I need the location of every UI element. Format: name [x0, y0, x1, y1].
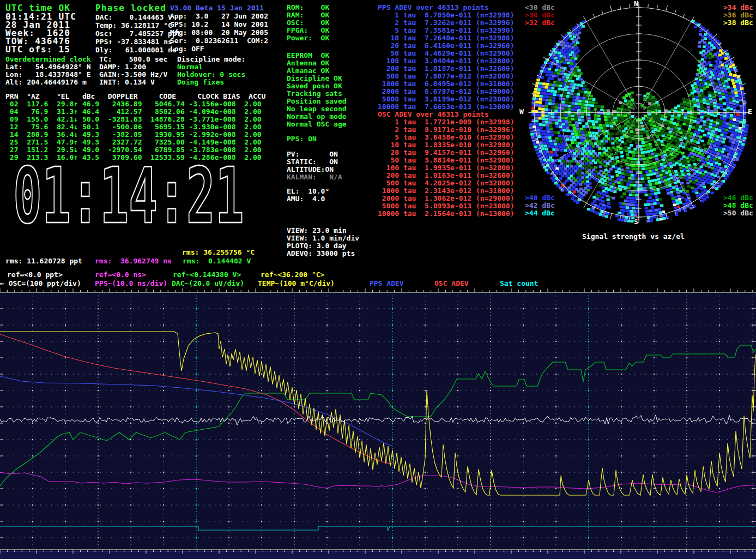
- dbc-legend-top-left-line: >32 dBc: [525, 19, 555, 27]
- rom-status-line: RAM: OK: [287, 11, 329, 19]
- rms-osc-line: rms: 11.620728 ppt: [5, 257, 82, 265]
- pps-adev-table-line: 20 tau 6.4160e-011 (n=32960): [378, 42, 514, 50]
- sat-table-line: 14 280.9 36.4↓ 49.3 -382.85 1930.95 -2.9…: [5, 131, 265, 139]
- dbc-legend-bottom-right: >46 dBc>48 dBc>50 dBc: [723, 194, 753, 217]
- osc-adev-table-line: 1 tau 1.7721e-009 (n=32998): [378, 118, 514, 126]
- pps-adev-table-line: 100 tau 3.0404e-011 (n=32800): [378, 57, 514, 65]
- osc-adev-table-line: 5 tau 3.6458e-010 (n=32990): [378, 134, 514, 141]
- rms-dac-line: rms: 0.144402 V: [183, 257, 251, 265]
- sat-table-line: PRN °AZ °EL dBc DOPPLER CODE CLOCK BIAS …: [5, 93, 265, 100]
- ref-dac: ref~<0.144380 V>: [173, 271, 241, 279]
- pps-adev-table-line: 200 tau 1.8187e-011 (n=32600): [378, 65, 514, 73]
- rom-status-line: OSC: OK: [287, 19, 329, 27]
- history-strip-chart: [0, 288, 756, 559]
- position-block: Overdetermined clockLat: 54.4964928° NLo…: [5, 56, 91, 86]
- utc-lines: 01:14:21 UTC28 Jan 2011Week: 1620TOW: 43…: [5, 13, 76, 53]
- pps-adev-table-line: 1 tau 8.7050e-011 (n=32998): [378, 11, 514, 19]
- view-block-line: PLOTQ: 3.0 day: [287, 242, 359, 250]
- scale-pps: PPS~(10.0 ns/div): [95, 280, 167, 287]
- pv-block-line: ALTITUDE:ON: [287, 166, 338, 173]
- polar-caption: Signal strength vs az/el: [582, 233, 685, 241]
- osc-adev-table-line: 20 tau 9.4157e-011 (n=32960): [378, 149, 514, 157]
- view-block-line: VIEW: 1.0 min/div: [287, 235, 359, 242]
- phase-lines-line: Temp: 36.128117 °C: [95, 21, 181, 29]
- discipline-block-line: Holdover: 0 secs: [177, 71, 245, 79]
- eeprom-status-line: No leap second: [287, 105, 347, 113]
- polar-label-s: S: [634, 218, 638, 226]
- version-block-line: V3.00 Beta 15 Jan 2011: [170, 4, 268, 12]
- pps-adev-table-line: 2000 tau 6.6797e-012 (n=29000): [378, 88, 514, 95]
- dbc-legend-top-left: <30 dBc>30 dBc>32 dBc: [525, 4, 555, 27]
- position-block-line: Alt: 204.46449176 m: [5, 79, 91, 86]
- dbc-legend-top-right-line: >36 dBc: [723, 11, 753, 19]
- legend-osc-adev: OSC ADEV: [434, 280, 469, 287]
- ref-pps: ref=<0.0 ns>: [95, 271, 146, 279]
- pps-adev-table-line: 5000 tau 3.8199e-012 (n=23000): [378, 95, 514, 103]
- dbc-legend-bottom-left-line: >44 dBc: [525, 209, 555, 217]
- sat-table-line: 29 213.3 16.0↑ 43.5 3709.60 12533.59 -4.…: [5, 154, 265, 161]
- rom-status-line: FPGA: OK: [287, 27, 329, 34]
- eeprom-status-line: EEPROM OK: [287, 52, 347, 59]
- eeprom-status-line: Normal op mode: [287, 113, 347, 121]
- polar-label-e: E: [748, 108, 752, 116]
- eeprom-status-line: Antenna OK: [287, 59, 347, 67]
- version-block-line: Ser: 0.82362611 COM:2: [170, 37, 268, 45]
- dbc-legend-top-left-line: <30 dBc: [525, 4, 555, 11]
- polar-label-e-line: E: [748, 108, 752, 116]
- pv-block: PV: ONSTATIC: ONALTITUDE:ON: [287, 151, 338, 173]
- el-amu-block-line: EL: 10.0°: [287, 188, 329, 195]
- pps-adev-table-line: 2 tau 7.3262e-011 (n=32996): [378, 19, 514, 27]
- dbc-legend-bottom-right-line: >50 dBc: [723, 209, 753, 217]
- osc-adev-table-line: 50 tau 3.8814e-011 (n=32900): [378, 157, 514, 164]
- ref-dac-line: ref~<0.144380 V>: [173, 271, 241, 279]
- utc-status: UTC time OK: [5, 4, 70, 12]
- kalman-state-line: KALMAN: N/A: [287, 173, 342, 181]
- scale-temp-line: TEMP~(100 m°C/div): [258, 280, 335, 287]
- sat-table-line: 04 76.9 31.3↑ 46.4 412.57 8582.06 -4.094…: [5, 108, 265, 116]
- discipline-block-line: Doing fixes: [177, 79, 245, 86]
- phase-lines: DAC: 0.144463 VTemp: 36.128117 °COsc↑ 7.…: [95, 13, 181, 54]
- eeprom-status-line: Saved posn OK: [287, 82, 347, 90]
- scale-dac: DAC~(20.0 uV/div): [172, 280, 244, 287]
- legend-pps-adev: PPS ADEV: [370, 280, 404, 287]
- discipline-block-line: Normal: [177, 63, 245, 71]
- pps-adev-table: PPS ADEV over 46313 points 1 tau 8.7050e…: [378, 4, 514, 111]
- big-clock-text: 01:14:21: [13, 161, 244, 228]
- legend-sat-count: Sat count: [500, 280, 538, 287]
- eeprom-status: EEPROM OKAntenna OKAlmanac OKDiscipline …: [287, 52, 347, 128]
- osc-adev-table-line: 10000 tau 2.1564e-013 (n=13000): [378, 210, 514, 218]
- pv-block-line: PV: ON: [287, 151, 338, 158]
- eeprom-status-line: Tracking sats: [287, 90, 347, 98]
- dbc-legend-top-right-line: >38 dBc: [723, 19, 753, 27]
- osc-adev-table-line: 500 tau 4.2025e-012 (n=32000): [378, 179, 514, 187]
- phase-lines-line: PPS↑ -37.833481 ns: [95, 38, 181, 46]
- osc-adev-table-line: 10 tau 1.8335e-010 (n=32980): [378, 141, 514, 149]
- tc-block-line: TC: 500.0 sec: [99, 56, 167, 63]
- polar-caption-line: Signal strength vs az/el: [582, 233, 685, 241]
- version-block-line: Log: OFF: [170, 45, 268, 53]
- sat-table-line: 27 151.2 29.5↓ 49.0 -2970.54 6789.85 -3.…: [5, 146, 265, 154]
- version-block: V3.00 Beta 15 Jan 2011App: 3.0 27 Jun 20…: [170, 4, 268, 53]
- pps-adev-table-line: 5 tau 7.3581e-011 (n=32990): [378, 27, 514, 34]
- ref-temp: ref~<36.200 °C>: [261, 271, 324, 279]
- scale-temp: TEMP~(100 m°C/div): [258, 280, 335, 287]
- dbc-legend-top-left-line: >30 dBc: [525, 11, 555, 19]
- rms-temp: rms: 36.255756 °C: [182, 249, 255, 256]
- polar-label-s-line: S: [634, 218, 638, 226]
- phase-lines-line: Dly: 61.000001 ns: [95, 46, 181, 54]
- eeprom-status-line: Almanac OK: [287, 67, 347, 75]
- osc-adev-table-line: OSC ADEV over 46313 points: [378, 111, 514, 118]
- scale-pps-line: PPS~(10.0 ns/div): [95, 280, 167, 287]
- utc-lines-line: UTC ofs: 15: [5, 45, 76, 53]
- dbc-legend-bottom-left-line: >40 dBc: [525, 194, 555, 202]
- pps-adev-table-line: 50 tau 4.4629e-011 (n=32900): [378, 50, 514, 57]
- rms-osc: rms: 11.620728 ppt: [5, 257, 82, 265]
- view-block-line: VIEW: 23.0 min: [287, 227, 359, 235]
- sat-table: PRN °AZ °EL dBc DOPPLER CODE CLOCK BIAS …: [5, 93, 265, 161]
- view-block-line: ADEVQ: 33000 pts: [287, 250, 359, 257]
- ref-temp-line: ref~<36.200 °C>: [261, 271, 324, 279]
- version-block-line: GPS: 10.2 14 Nov 2001: [170, 20, 268, 28]
- phase-lines-line: Osc↑ 7.485257 ppt: [95, 29, 181, 38]
- view-block: VIEW: 23.0 minVIEW: 1.0 min/divPLOTQ: 3.…: [287, 227, 359, 257]
- position-block-line: Lat: 54.4964928° N: [5, 63, 91, 71]
